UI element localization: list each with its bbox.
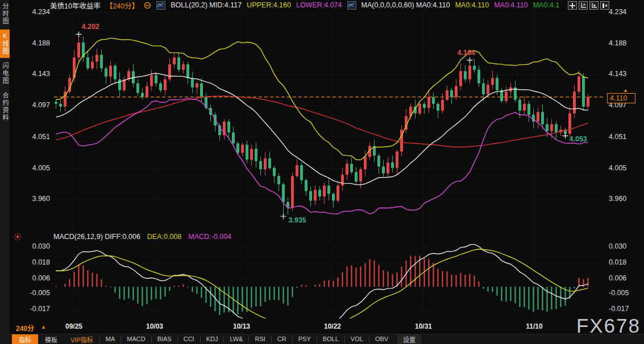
instrument-title: 美债10年收益率 xyxy=(50,0,101,11)
date-tick: 10/22 xyxy=(315,322,350,330)
toolbar-item-KDJ[interactable]: KDJ xyxy=(200,335,224,343)
sidebar-tab-flash[interactable]: 闪电图 xyxy=(0,60,10,87)
macd-tick-left: 0.006 xyxy=(25,274,50,282)
axis-play-icon[interactable] xyxy=(589,1,599,10)
toolbar-item-RSI[interactable]: RSI xyxy=(248,335,271,343)
price-tick-left: 4.234 xyxy=(25,8,50,16)
price-tick-left: 4.005 xyxy=(25,164,50,172)
macd-tick-right: 0.018 xyxy=(609,258,626,266)
toolbar-item-LW&[interactable]: LW& xyxy=(223,335,248,343)
chart-annotation: 3.935 xyxy=(289,216,306,224)
trading-app-window: 分时图 K线图 闪电图 合约资料 美债10年收益率 【240分】 BOLL(20… xyxy=(0,0,644,344)
toolbar-item-BOLL[interactable]: BOLL xyxy=(317,335,344,343)
boll-upper-legend: UPPER:4.160 xyxy=(247,1,291,9)
price-tick-right: 3.960 xyxy=(609,195,626,203)
date-tick: 11/10 xyxy=(517,322,551,330)
macd-tick-left: 0.030 xyxy=(25,242,50,250)
toolbar-item-指标[interactable]: 指标 xyxy=(12,334,38,344)
price-tick-right: 4.051 xyxy=(609,133,626,141)
macd-tick-right: 0.030 xyxy=(609,242,626,250)
price-tick-right: 4.005 xyxy=(609,164,626,172)
toolbar-item-VIP指标[interactable]: VIP指标 xyxy=(64,334,99,344)
price-tick-right: 4.143 xyxy=(609,70,626,78)
current-price-badge: 4.110 xyxy=(607,93,635,103)
price-tick-right: 4.188 xyxy=(609,39,626,47)
sidebar-tab-contract-info[interactable]: 合约资料 xyxy=(0,89,10,124)
candlestick-chart-canvas[interactable] xyxy=(0,0,644,344)
chart-annotation: 4.053 xyxy=(570,135,587,143)
toolbar-item-BIAS[interactable]: BIAS xyxy=(151,335,177,343)
toolbar-item-CR[interactable]: CR xyxy=(271,335,292,343)
boll-lower-legend: LOWER:4.074 xyxy=(296,1,342,9)
macd-tick-right: -0.017 xyxy=(609,305,629,313)
price-tick-right: 4.234 xyxy=(609,8,626,16)
chart-annotation: 4.202 xyxy=(82,23,99,31)
period-selector[interactable]: 240分 xyxy=(16,323,34,333)
date-tick: 10/03 xyxy=(138,322,172,330)
price-up-arrow-icon: ▲ xyxy=(623,87,628,93)
toolbar-item-MA[interactable]: MA xyxy=(99,335,121,343)
chart-title-bar: 美债10年收益率 【240分】 BOLL(20,2) MID:4.117 UPP… xyxy=(50,1,559,10)
ma-legend-3: MA0:4.110 xyxy=(494,1,528,9)
macd-pane-settings-icon[interactable] xyxy=(14,233,22,243)
toolbar-item-MACD[interactable]: MACD xyxy=(121,335,151,343)
toolbar-item-OBV[interactable]: OBV xyxy=(369,335,394,343)
boll-legend: BOLL(20,2) MID:4.117 xyxy=(171,1,242,9)
toolbar-item-CCI[interactable]: CCI xyxy=(177,335,200,343)
ma-legend: MA(0,0,0,0,0,60) MA0:4.110 xyxy=(362,1,450,9)
toolbar-item-VOL[interactable]: VOL xyxy=(344,335,369,343)
price-tick-left: 4.188 xyxy=(25,39,50,47)
price-tick-left: 4.097 xyxy=(25,101,50,109)
macd-tick-right: -0.005 xyxy=(609,289,629,297)
ma-indicator-chip-icon[interactable] xyxy=(347,1,356,10)
axis-zoom-icon[interactable] xyxy=(579,1,588,10)
sidebar: 分时图 K线图 闪电图 合约资料 xyxy=(0,0,10,344)
macd-diff-legend: MACD(26,12,9) DIFF:0.006 xyxy=(53,233,140,241)
sidebar-tab-timeline[interactable]: 分时图 xyxy=(0,0,10,28)
ma-legend-4: MA0:4.1 xyxy=(533,1,560,9)
toolbar-item-PSY[interactable]: PSY xyxy=(292,335,317,343)
pane-export-icon[interactable] xyxy=(600,1,609,10)
date-tick: 09/25 xyxy=(57,322,91,330)
macd-macd-legend: MACD:-0.004 xyxy=(188,233,231,241)
macd-tick-left: -0.005 xyxy=(25,289,50,297)
macd-tick-left: -0.017 xyxy=(25,305,50,313)
crosshair-move-icon[interactable] xyxy=(568,1,577,10)
chart-annotation: 4.164 xyxy=(458,49,475,57)
date-tick: 10/31 xyxy=(406,322,441,330)
ma-legend-2: MA0:4.110 xyxy=(455,1,489,9)
indicator-toolbar: 指标模板VIP指标MAMACDBIASCCIKDJLW&RSICRPSYBOLL… xyxy=(10,334,644,344)
macd-tick-right: 0.006 xyxy=(609,274,626,282)
macd-tick-left: 0.018 xyxy=(25,258,50,266)
adjust-icon[interactable] xyxy=(144,2,151,9)
date-tick: 10/13 xyxy=(225,322,259,330)
toolbar-item-模板[interactable]: 模板 xyxy=(38,334,64,344)
period-label: 【240分】 xyxy=(106,0,139,11)
macd-dea-legend: DEA:0.008 xyxy=(147,233,181,241)
price-tick-left: 3.960 xyxy=(25,195,50,203)
chart-window-controls xyxy=(568,1,609,10)
boll-indicator-chip-icon[interactable] xyxy=(156,1,165,10)
price-tick-left: 4.143 xyxy=(25,70,50,78)
sidebar-tab-kline[interactable]: K线图 xyxy=(0,30,10,58)
price-tick-left: 4.051 xyxy=(25,133,50,141)
macd-legend-bar: MACD(26,12,9) DIFF:0.006 DEA:0.008 MACD:… xyxy=(53,233,231,241)
toolbar-item-设置[interactable]: 设置 xyxy=(397,334,421,344)
period-selector-arrow-icon[interactable]: ▲ xyxy=(41,324,46,330)
